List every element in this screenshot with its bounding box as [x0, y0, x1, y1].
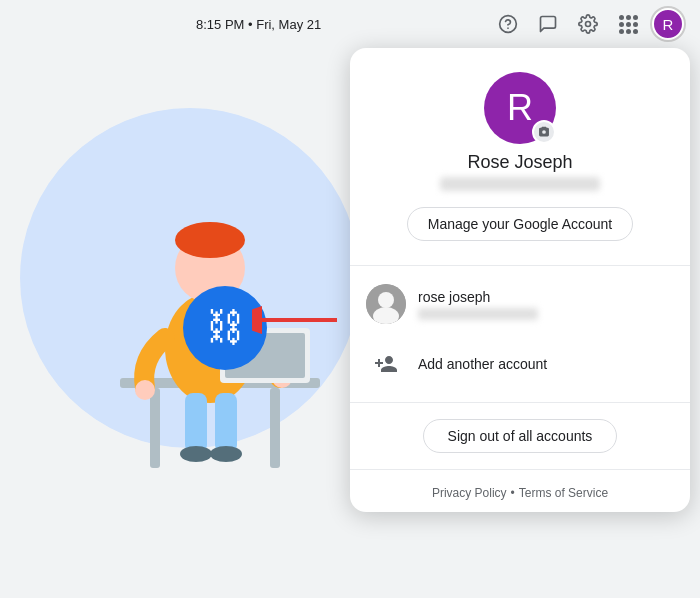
divider-2 — [350, 402, 690, 403]
topbar: 8:15 PM • Fri, May 21 R — [0, 0, 700, 48]
sign-out-button[interactable]: Sign out of all accounts — [423, 419, 618, 453]
grid-icon[interactable] — [612, 8, 644, 40]
privacy-policy-link[interactable]: Privacy Policy — [432, 486, 507, 500]
svg-point-8 — [175, 222, 245, 258]
red-arrow — [252, 300, 342, 344]
svg-rect-5 — [270, 388, 280, 468]
add-another-account-label: Add another account — [418, 356, 547, 372]
svg-point-14 — [210, 446, 242, 462]
footer-links: Privacy Policy • Terms of Service — [350, 478, 690, 504]
footer-dot: • — [511, 486, 515, 500]
illustration-svg: ⛓ — [30, 98, 390, 498]
divider-1 — [350, 265, 690, 266]
account-info: rose joseph — [418, 289, 538, 320]
signout-section: Sign out of all accounts — [350, 411, 690, 461]
add-another-account-row[interactable]: Add another account — [350, 334, 690, 394]
terms-of-service-link[interactable]: Terms of Service — [519, 486, 608, 500]
settings-icon[interactable] — [572, 8, 604, 40]
add-person-icon — [366, 344, 406, 384]
manage-google-account-button[interactable]: Manage your Google Account — [407, 207, 633, 241]
profile-email-blurred — [440, 177, 600, 191]
camera-button[interactable] — [532, 120, 556, 144]
account-dropdown: R Rose Joseph Manage your Google Account… — [350, 48, 690, 512]
svg-text:⛓: ⛓ — [206, 306, 244, 348]
account-name: rose joseph — [418, 289, 538, 305]
account-avatar-btn[interactable]: R — [652, 8, 684, 40]
svg-point-2 — [586, 22, 591, 27]
svg-point-13 — [180, 446, 212, 462]
svg-rect-11 — [185, 393, 207, 453]
divider-3 — [350, 469, 690, 470]
account-row[interactable]: rose joseph — [350, 274, 690, 334]
svg-rect-4 — [150, 388, 160, 468]
chat-icon[interactable] — [532, 8, 564, 40]
topbar-time: 8:15 PM • Fri, May 21 — [196, 17, 321, 32]
account-email-blurred — [418, 308, 538, 320]
svg-point-9 — [135, 380, 155, 400]
profile-name: Rose Joseph — [467, 152, 572, 173]
account-avatar-thumbnail — [366, 284, 406, 324]
help-icon[interactable] — [492, 8, 524, 40]
profile-section: R Rose Joseph Manage your Google Account — [350, 48, 690, 257]
svg-rect-12 — [215, 393, 237, 453]
profile-avatar-wrap: R — [484, 72, 556, 144]
svg-point-22 — [378, 292, 394, 308]
